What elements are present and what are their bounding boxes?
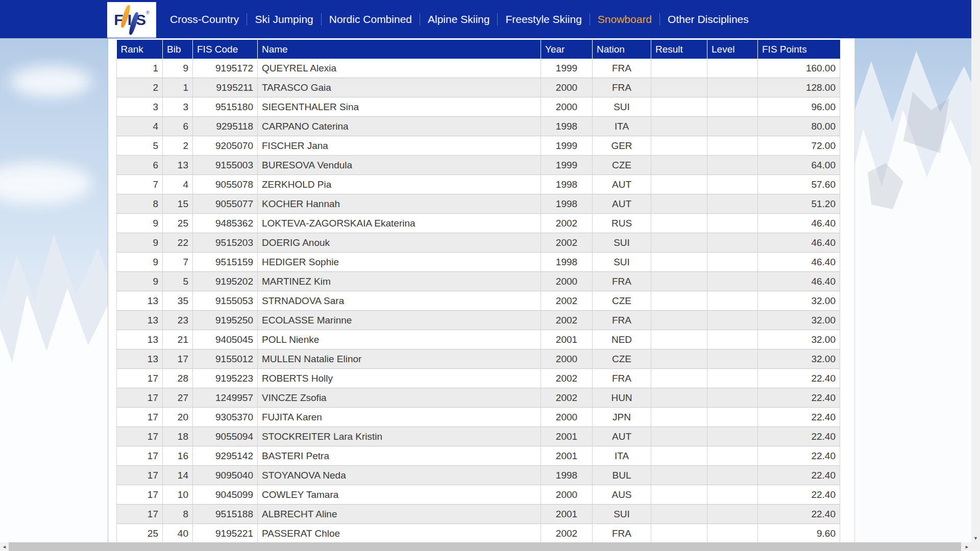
horizontal-scrollbar[interactable]: ◄ ► (0, 542, 971, 551)
scrollbar-corner (971, 542, 980, 551)
table-row[interactable]: 3 3 9515180 SIEGENTHALER Sina 2000 SUI 9… (117, 97, 840, 117)
table-row[interactable]: 5 2 9205070 FISCHER Jana 1999 GER 72.00 (117, 136, 840, 156)
cell-bib: 8 (163, 505, 193, 524)
cell-fis-points: 32.00 (758, 311, 840, 330)
nav-item-freestyle-skiing[interactable]: Freestyle Skiing (497, 13, 589, 26)
cell-name: PASSERAT Chloe (258, 524, 541, 543)
column-header-bib[interactable]: Bib (163, 40, 193, 59)
cell-rank: 6 (117, 156, 163, 175)
table-row[interactable]: 9 25 9485362 LOKTEVA-ZAGORSKAIA Ekaterin… (117, 214, 840, 233)
cell-year: 1999 (541, 156, 593, 175)
column-header-fis-code[interactable]: FIS Code (193, 40, 258, 59)
table-row[interactable]: 9 5 9195202 MARTINEZ Kim 2000 FRA 46.40 (117, 272, 840, 291)
cell-year: 2000 (541, 349, 593, 369)
table-row[interactable]: 8 15 9055077 KOCHER Hannah 1998 AUT 51.2… (117, 194, 840, 214)
cell-year: 2002 (541, 524, 593, 543)
table-row[interactable]: 17 20 9305370 FUJITA Karen 2000 JPN 22.4… (117, 408, 840, 427)
table-row[interactable]: 1 9 9195172 QUEYREL Alexia 1999 FRA 160.… (117, 59, 840, 78)
cell-nation: ITA (593, 117, 651, 136)
table-row[interactable]: 9 7 9515159 HEDIGER Sophie 1998 SUI 46.4… (117, 253, 840, 272)
cell-fis-code: 9155012 (193, 349, 258, 369)
cell-fis-code: 9155003 (193, 156, 258, 175)
nav-item-ski-jumping[interactable]: Ski Jumping (247, 13, 321, 26)
column-header-result[interactable]: Result (651, 40, 707, 59)
scroll-left-icon[interactable]: ◄ (0, 542, 9, 551)
table-row[interactable]: 6 13 9155003 BURESOVA Vendula 1999 CZE 6… (117, 156, 840, 175)
cell-result (651, 524, 707, 543)
cell-level (707, 214, 758, 233)
nav-item-other-disciplines[interactable]: Other Disciplines (659, 13, 756, 26)
cell-fis-code: 9195223 (193, 369, 258, 388)
cell-fis-code: 9195202 (193, 272, 258, 291)
table-row[interactable]: 9 22 9515203 DOERIG Anouk 2002 SUI 46.40 (117, 233, 840, 253)
column-header-year[interactable]: Year (541, 40, 593, 59)
table-row[interactable]: 17 18 9055094 STOCKREITER Lara Kristin 2… (117, 427, 840, 446)
cell-fis-code: 9515159 (193, 253, 258, 272)
table-row[interactable]: 2 1 9195211 TARASCO Gaia 2000 FRA 128.00 (117, 78, 840, 97)
table-row[interactable]: 17 16 9295142 BASTERI Petra 2001 ITA 22.… (117, 446, 840, 466)
column-header-level[interactable]: Level (707, 40, 758, 59)
cell-nation: FRA (593, 272, 651, 291)
cell-level (707, 505, 758, 524)
column-header-name[interactable]: Name (258, 40, 541, 59)
table-row[interactable]: 17 14 9095040 STOYANOVA Neda 1998 BUL 22… (117, 466, 840, 485)
table-row[interactable]: 17 28 9195223 ROBERTS Holly 2002 FRA 22.… (117, 369, 840, 388)
table-row[interactable]: 13 21 9405045 POLL Nienke 2001 NED 32.00 (117, 330, 840, 349)
table-row[interactable]: 13 23 9195250 ECOLASSE Marinne 2002 FRA … (117, 311, 840, 330)
nav-item-nordic-combined[interactable]: Nordic Combined (321, 13, 420, 26)
cell-bib: 16 (163, 446, 193, 466)
cell-fis-points: 160.00 (758, 59, 840, 78)
column-header-nation[interactable]: Nation (593, 40, 651, 59)
cell-level (707, 330, 758, 349)
vertical-scrollbar[interactable]: ▼ (971, 0, 980, 542)
cell-nation: JPN (593, 408, 651, 427)
cell-rank: 17 (117, 388, 163, 408)
cell-result (651, 505, 707, 524)
cell-level (707, 233, 758, 253)
cell-result (651, 427, 707, 446)
cell-fis-points: 46.40 (758, 272, 840, 291)
table-row[interactable]: 13 17 9155012 MULLEN Natalie Elinor 2000… (117, 349, 840, 369)
cell-fis-code: 1249957 (193, 388, 258, 408)
cell-level (707, 485, 758, 505)
cell-fis-points: 22.40 (758, 369, 840, 388)
cell-bib: 9 (163, 59, 193, 78)
scroll-down-icon[interactable]: ▼ (971, 534, 980, 542)
cell-fis-code: 9155053 (193, 291, 258, 311)
nav-item-snowboard[interactable]: Snowboard (590, 13, 659, 26)
column-header-fis-points[interactable]: FIS Points (758, 40, 840, 59)
cell-name: FUJITA Karen (258, 408, 541, 427)
table-row[interactable]: 7 4 9055078 ZERKHOLD Pia 1998 AUT 57.60 (117, 175, 840, 194)
cell-result (651, 194, 707, 214)
table-row[interactable]: 13 35 9155053 STRNADOVA Sara 2002 CZE 32… (117, 291, 840, 311)
horizontal-scroll-thumb[interactable] (9, 542, 961, 551)
cell-bib: 27 (163, 388, 193, 408)
scroll-right-icon[interactable]: ► (963, 542, 971, 551)
table-row[interactable]: 4 6 9295118 CARPANO Caterina 1998 ITA 80… (117, 117, 840, 136)
table-row[interactable]: 17 27 1249957 VINCZE Zsofia 2002 HUN 22.… (117, 388, 840, 408)
nav-item-cross-country[interactable]: Cross-Country (162, 13, 247, 26)
table-row[interactable]: 17 8 9515188 ALBRECHT Aline 2001 SUI 22.… (117, 505, 840, 524)
cell-result (651, 291, 707, 311)
cell-level (707, 175, 758, 194)
cell-level (707, 311, 758, 330)
cell-bib: 2 (163, 136, 193, 156)
cell-result (651, 272, 707, 291)
table-row[interactable]: 25 40 9195221 PASSERAT Chloe 2002 FRA 9.… (117, 524, 840, 543)
cell-result (651, 156, 707, 175)
cell-level (707, 524, 758, 543)
cell-result (651, 466, 707, 485)
table-row[interactable]: 17 10 9045099 COWLEY Tamara 2000 AUS 22.… (117, 485, 840, 505)
cell-bib: 17 (163, 349, 193, 369)
cell-year: 2002 (541, 214, 593, 233)
fis-logo[interactable]: F I S ® (107, 2, 156, 38)
cell-rank: 13 (117, 311, 163, 330)
cell-nation: CZE (593, 156, 651, 175)
cell-result (651, 446, 707, 466)
cell-level (707, 117, 758, 136)
cell-result (651, 78, 707, 97)
cell-rank: 9 (117, 272, 163, 291)
column-header-rank[interactable]: Rank (117, 40, 163, 59)
cell-rank: 13 (117, 349, 163, 369)
nav-item-alpine-skiing[interactable]: Alpine Skiing (420, 13, 497, 26)
